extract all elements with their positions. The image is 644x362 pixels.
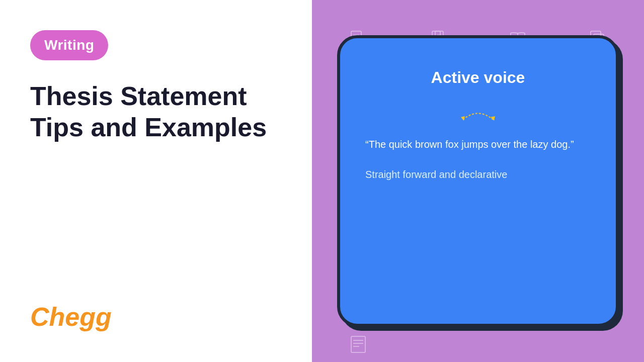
title-line1: Thesis Statement <box>30 81 247 111</box>
svg-marker-49 <box>461 116 465 121</box>
left-section: Writing Thesis Statement Tips and Exampl… <box>0 0 312 362</box>
main-title: Thesis Statement Tips and Examples <box>30 80 282 143</box>
svg-rect-44 <box>351 336 365 352</box>
tablet-card: Active voice “The quick brown fox jumps … <box>337 35 619 327</box>
chegg-logo: Chegg <box>30 302 282 332</box>
writing-badge: Writing <box>30 30 108 60</box>
left-content: Writing Thesis Statement Tips and Exampl… <box>30 30 282 143</box>
bg-icon-textdoc3 <box>319 334 397 354</box>
card-description: Straight forward and declarative <box>365 167 591 182</box>
card-quote: “The quick brown fox jumps over the lazy… <box>365 137 591 152</box>
title-line2: Tips and Examples <box>30 113 267 142</box>
right-section: Active voice “The quick brown fox jumps … <box>312 0 644 362</box>
svg-marker-48 <box>491 116 495 121</box>
arrow-decoration <box>458 107 498 124</box>
card-title: Active voice <box>431 68 525 87</box>
main-container: Writing Thesis Statement Tips and Exampl… <box>0 0 644 362</box>
writing-badge-text: Writing <box>44 37 94 53</box>
